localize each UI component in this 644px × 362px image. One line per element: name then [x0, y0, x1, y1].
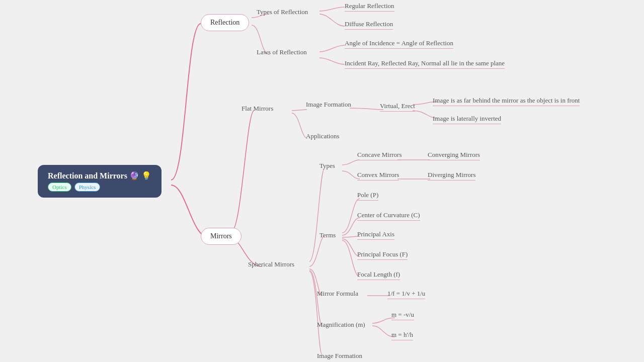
image-as-far-node: Image is as far behind the mirror as the…: [433, 97, 580, 106]
magnification-v-label: m = -v/u: [391, 311, 414, 320]
principal-axis-node: Principal Axis: [357, 230, 394, 240]
root-title: Reflection and Mirrors 🔮 💡: [48, 171, 151, 180]
types-reflection-node: Types of Reflection: [257, 8, 308, 16]
applications-node: Applications: [306, 132, 339, 140]
laws-reflection-label: Laws of Reflection: [257, 48, 307, 56]
image-laterally-inverted-node: Image is laterally inverted: [433, 115, 501, 124]
image-formation-bottom-label: Image Formation: [317, 352, 362, 359]
concave-mirrors-label: Concave Mirrors: [357, 151, 401, 160]
root-tags: Optics Physics: [48, 183, 151, 192]
terms-node: Terms: [319, 231, 336, 239]
types-label: Types: [319, 162, 335, 169]
principal-focus-label: Principal Focus (F): [357, 250, 408, 260]
spherical-mirrors-node: Spherical Mirrors: [248, 260, 294, 268]
focal-length-label: Focal Length (f): [357, 270, 400, 280]
physics-tag: Physics: [74, 183, 101, 192]
concave-mirrors-node: Concave Mirrors: [357, 151, 401, 160]
reflection-box: Reflection: [201, 14, 249, 31]
image-formation-bottom-node: Image Formation: [317, 352, 362, 360]
magnification-h-node: m = h'/h: [391, 331, 413, 340]
magnification-node: Magnification (m): [317, 321, 365, 329]
root-node: Reflection and Mirrors 🔮 💡 Optics Physic…: [38, 165, 162, 198]
optics-tag: Optics: [48, 183, 71, 192]
converging-mirrors-label: Converging Mirrors: [428, 151, 480, 160]
mirror-formula-label: Mirror Formula: [317, 290, 358, 297]
virtual-erect-node: Virtual, Erect: [380, 102, 415, 112]
mirror-formula-node: Mirror Formula: [317, 290, 358, 298]
mirrors-box: Mirrors: [201, 228, 242, 245]
pole-p-node: Pole (P): [357, 191, 378, 201]
convex-mirrors-label: Convex Mirrors: [357, 171, 399, 180]
regular-reflection-node: Regular Reflection: [345, 2, 394, 12]
applications-label: Applications: [306, 132, 339, 140]
diverging-mirrors-label: Diverging Mirrors: [428, 171, 475, 180]
magnification-v-node: m = -v/u: [391, 311, 414, 320]
mirror-formula-value-label: 1/f = 1/v + 1/u: [387, 290, 425, 299]
incident-ray-label: Incident Ray, Reflected Ray, Normal all …: [345, 59, 505, 69]
reflection-node: Reflection: [201, 14, 249, 31]
spherical-mirrors-label: Spherical Mirrors: [248, 260, 294, 268]
regular-reflection-label: Regular Reflection: [345, 2, 394, 12]
diverging-mirrors-node: Diverging Mirrors: [428, 171, 475, 180]
magnification-h-label: m = h'/h: [391, 331, 413, 340]
mindmap: Reflection and Mirrors 🔮 💡 Optics Physic…: [0, 0, 644, 362]
principal-focus-node: Principal Focus (F): [357, 250, 408, 260]
image-formation-flat-node: Image Formation: [306, 101, 351, 109]
pole-p-label: Pole (P): [357, 191, 378, 201]
image-laterally-inverted-label: Image is laterally inverted: [433, 115, 501, 124]
center-curvature-node: Center of Curvature (C): [357, 211, 420, 221]
root-box: Reflection and Mirrors 🔮 💡 Optics Physic…: [38, 165, 162, 198]
diffuse-reflection-label: Diffuse Reflection: [345, 20, 393, 30]
image-as-far-label: Image is as far behind the mirror as the…: [433, 97, 580, 106]
incident-ray-node: Incident Ray, Reflected Ray, Normal all …: [345, 59, 505, 69]
reflection-label: Reflection: [210, 19, 239, 26]
image-formation-flat-label: Image Formation: [306, 101, 351, 108]
virtual-erect-label: Virtual, Erect: [380, 102, 415, 112]
flat-mirrors-node: Flat Mirrors: [242, 105, 273, 113]
laws-reflection-node: Laws of Reflection: [257, 48, 307, 56]
diffuse-reflection-node: Diffuse Reflection: [345, 20, 393, 30]
mirrors-label: Mirrors: [210, 232, 232, 240]
angle-incidence-node: Angle of Incidence = Angle of Reflection: [345, 39, 453, 49]
types-node: Types: [319, 162, 335, 170]
types-reflection-label: Types of Reflection: [257, 8, 308, 16]
terms-label: Terms: [319, 231, 336, 239]
convex-mirrors-node: Convex Mirrors: [357, 171, 399, 180]
mirror-formula-value-node: 1/f = 1/v + 1/u: [387, 290, 425, 299]
mirrors-node: Mirrors: [201, 228, 242, 245]
center-curvature-label: Center of Curvature (C): [357, 211, 420, 221]
principal-axis-label: Principal Axis: [357, 230, 394, 240]
converging-mirrors-node: Converging Mirrors: [428, 151, 480, 160]
focal-length-node: Focal Length (f): [357, 270, 400, 280]
magnification-label: Magnification (m): [317, 321, 365, 328]
angle-incidence-label: Angle of Incidence = Angle of Reflection: [345, 39, 453, 49]
flat-mirrors-label: Flat Mirrors: [242, 105, 273, 112]
